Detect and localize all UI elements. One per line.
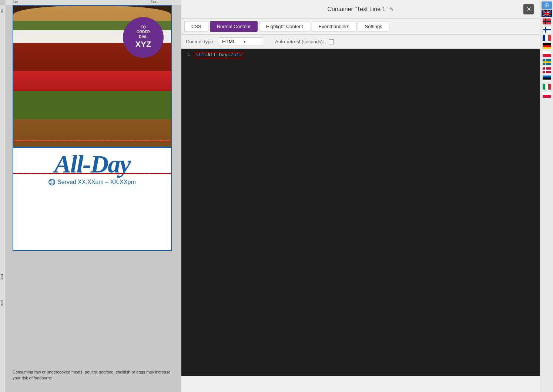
svg-rect-42 [543, 95, 551, 98]
flag-un[interactable] [542, 1, 552, 9]
svg-rect-39 [545, 84, 548, 90]
canvas-area: 45 481 45 754 829 TO [0, 0, 181, 392]
svg-rect-37 [543, 80, 551, 81]
svg-rect-27 [543, 51, 551, 54]
tab-bar: CSS Normal Content Highlight Content Eve… [181, 19, 540, 35]
svg-rect-36 [543, 77, 551, 80]
flag-norway[interactable] [542, 18, 552, 25]
code-content-1: <h1>All-Day</h1> [195, 52, 540, 58]
ruler-tick-45: 45 [13, 0, 18, 3]
svg-rect-31 [545, 59, 546, 65]
served-time-text: ⓘ Served XX:XXam – XX:XXpm [48, 179, 136, 185]
svg-rect-21 [543, 35, 545, 41]
flag-uk[interactable] [542, 10, 552, 17]
dropdown-arrow-icon: ▼ [243, 40, 247, 44]
selection-handles [13, 140, 171, 174]
svg-rect-26 [543, 47, 551, 49]
auto-refresh-checkbox[interactable] [329, 39, 334, 44]
order-circle: TO ORDER DIAL XYZ [123, 17, 164, 58]
edit-title-icon[interactable]: ✎ [389, 6, 394, 12]
flag-denmark[interactable] [542, 67, 552, 74]
svg-rect-25 [543, 45, 551, 47]
line-number-1: 1 [181, 52, 195, 57]
design-frame: TO ORDER DIAL XYZ All-Day ⓘ Served XX:XX… [13, 5, 172, 251]
code-line-1: 1 <h1>All-Day</h1> [181, 52, 540, 59]
tab-css[interactable]: CSS [184, 21, 208, 32]
content-type-label: Content type: [186, 39, 214, 44]
ruler-tick-481: 481 [151, 0, 158, 3]
flag-france[interactable] [542, 34, 552, 41]
svg-rect-34 [545, 67, 546, 73]
svg-rect-19 [543, 29, 551, 30]
svg-rect-22 [545, 35, 548, 41]
tab-eventhandlers[interactable]: Eventhandlers [312, 21, 356, 32]
svg-rect-23 [548, 35, 551, 41]
svg-rect-40 [548, 84, 551, 90]
disclaimer-text: Consuming raw or undercooked meats, poul… [13, 369, 178, 381]
flag-poland-2[interactable] [542, 91, 552, 98]
tab-settings[interactable]: Settings [358, 21, 389, 32]
flag-finland[interactable] [542, 26, 552, 33]
info-icon: ⓘ [48, 179, 55, 185]
svg-rect-38 [543, 84, 545, 90]
ruler-tick-left-754: 754 [0, 274, 3, 280]
editor-panel: Container "Text Line 1" ✎ ✕ CSS Normal C… [181, 0, 540, 392]
svg-rect-20 [545, 27, 546, 33]
svg-rect-30 [543, 61, 551, 63]
svg-rect-41 [543, 92, 551, 95]
flag-germany[interactable] [542, 42, 552, 50]
ruler-vertical: 45 754 829 [0, 5, 5, 392]
flag-italy[interactable] [542, 83, 552, 90]
content-type-value: HTML [222, 39, 235, 44]
tab-normal-content[interactable]: Normal Content [210, 21, 258, 32]
svg-rect-16 [543, 21, 551, 22]
svg-rect-33 [543, 70, 551, 71]
svg-rect-12 [546, 10, 547, 16]
editor-title: Container "Text Line 1" ✎ [327, 6, 393, 13]
title-bar: Container "Text Line 1" ✎ ✕ [181, 0, 540, 19]
flag-sweden[interactable] [542, 58, 552, 66]
circle-dial: DIAL [139, 34, 147, 39]
svg-rect-24 [543, 43, 551, 45]
circle-order: ORDER [137, 30, 150, 34]
content-type-select[interactable]: HTML ▼ [219, 37, 263, 46]
canvas-content: TO ORDER DIAL XYZ All-Day ⓘ Served XX:XX… [5, 5, 181, 392]
flag-poland-1[interactable] [542, 50, 552, 58]
circle-xyz: XYZ [135, 39, 151, 50]
tab-highlight-content[interactable]: Highlight Content [259, 21, 310, 32]
close-button[interactable]: ✕ [523, 4, 534, 14]
code-highlight-box: <h1>All-Day</h1> [195, 52, 243, 58]
content-type-row: Content type: HTML ▼ Auto-refresh(second… [181, 35, 540, 49]
auto-refresh-label: Auto-refresh(seconds): [275, 39, 324, 44]
svg-rect-17 [545, 19, 546, 24]
selected-container[interactable] [13, 141, 171, 174]
svg-rect-35 [543, 76, 551, 77]
ruler-horizontal: 45 481 [5, 0, 181, 5]
ruler-tick-left-45: 45 [0, 9, 3, 13]
ruler-tick-left-829: 829 [0, 300, 3, 306]
flag-estonia[interactable] [542, 75, 552, 82]
bottom-toolbar [181, 376, 540, 392]
circle-to: TO [141, 25, 146, 30]
code-editor[interactable]: 1 <h1>All-Day</h1> [181, 49, 540, 376]
flags-sidebar [540, 0, 553, 392]
svg-rect-28 [543, 54, 551, 57]
